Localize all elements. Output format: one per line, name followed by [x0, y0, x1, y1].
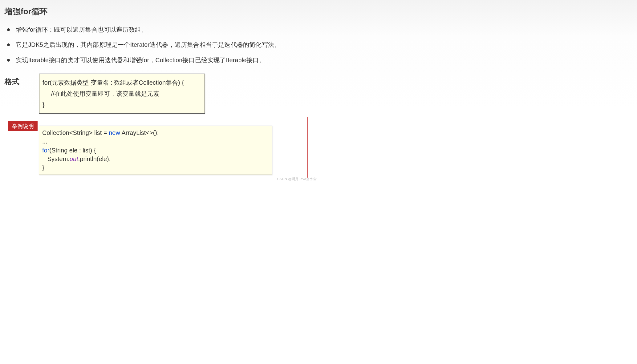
format-code-box: for(元素数据类型 变量名 : 数组或者Collection集合) { //在…	[39, 74, 205, 114]
format-section: 格式 for(元素数据类型 变量名 : 数组或者Collection集合) { …	[5, 74, 314, 114]
code-text: System.	[42, 156, 70, 162]
code-text: Collection<String> list =	[42, 129, 109, 136]
example-badge: 举例说明	[8, 121, 38, 131]
bullet-list: 增强for循环：既可以遍历集合也可以遍历数组。 它是JDK5之后出现的，其内部原…	[7, 26, 314, 64]
code-text: ArrayList<>();	[120, 129, 159, 136]
bullet-item: 它是JDK5之后出现的，其内部原理是一个Iterator迭代器，遍历集合相当于是…	[7, 41, 314, 49]
keyword-out: out	[70, 156, 78, 162]
example-code-box: Collection<String> list = new ArrayList<…	[39, 126, 272, 175]
bullet-item: 增强for循环：既可以遍历集合也可以遍历数组。	[7, 26, 314, 34]
watermark: CSDN @明月Java全宇宙	[277, 177, 317, 181]
code-line: //在此处使用变量即可，该变量就是元素	[43, 90, 159, 97]
format-label: 格式	[5, 77, 39, 87]
code-text: }	[42, 164, 44, 171]
keyword-new: new	[109, 129, 120, 136]
slide: 增强for循环 增强for循环：既可以遍历集合也可以遍历数组。 它是JDK5之后…	[0, 0, 318, 182]
code-text: (String ele : list) {	[49, 147, 96, 154]
example-section: 举例说明 Collection<String> list = new Array…	[8, 117, 308, 178]
keyword-for: for	[42, 147, 49, 154]
code-text: .println(ele);	[78, 156, 111, 162]
page-title: 增强for循环	[5, 6, 314, 17]
code-text: ...	[42, 138, 47, 145]
bullet-item: 实现Iterable接口的类才可以使用迭代器和增强for，Collection接…	[7, 56, 314, 64]
code-line: for(元素数据类型 变量名 : 数组或者Collection集合) {	[43, 79, 184, 86]
code-line: }	[43, 101, 45, 108]
